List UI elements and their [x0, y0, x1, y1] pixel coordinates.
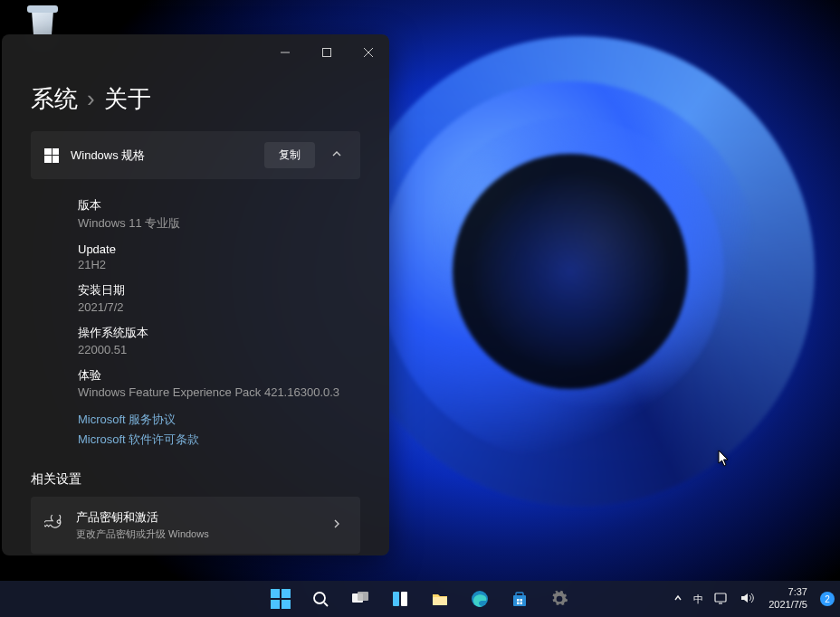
ime-indicator[interactable]: 中	[692, 593, 705, 606]
svg-line-5	[324, 603, 328, 606]
chevron-up-icon[interactable]	[326, 148, 348, 162]
settings-about-window: 系统 › 关于 Windows 规格 复制 版本Windows 11 专业版 U…	[2, 34, 389, 555]
svg-rect-13	[516, 593, 523, 596]
file-explorer-button[interactable]	[424, 583, 456, 615]
activation-subtitle: 更改产品密钥或升级 Windows	[76, 527, 313, 541]
license-terms-link[interactable]: Microsoft 软件许可条款	[78, 430, 349, 450]
search-button[interactable]	[304, 583, 337, 615]
minimize-button[interactable]	[264, 38, 306, 67]
svg-rect-17	[520, 603, 523, 605]
activation-title: 产品密钥和激活	[76, 509, 313, 526]
spec-value: Windows Feature Experience Pack 421.1630…	[78, 384, 349, 403]
windows-spec-title: Windows 规格	[71, 147, 253, 164]
breadcrumb-current: 关于	[104, 83, 151, 115]
breadcrumb: 系统 › 关于	[2, 71, 389, 131]
edge-button[interactable]	[463, 583, 496, 615]
spec-value: 22000.51	[78, 341, 349, 360]
svg-rect-10	[433, 597, 447, 605]
copy-button[interactable]: 复制	[264, 142, 315, 168]
tray-overflow-button[interactable]	[672, 593, 684, 604]
spec-label: 安装日期	[78, 277, 349, 299]
settings-button[interactable]	[543, 583, 576, 615]
spec-list: 版本Windows 11 专业版 Update21H2 安装日期2021/7/2…	[2, 188, 389, 403]
svg-rect-7	[358, 592, 368, 601]
spec-links: Microsoft 服务协议 Microsoft 软件许可条款	[2, 404, 389, 450]
spec-value: 2021/7/2	[78, 299, 349, 318]
clock-date: 2021/7/5	[768, 599, 807, 612]
notification-badge[interactable]: 2	[820, 592, 835, 606]
clock-time: 7:37	[768, 586, 807, 599]
svg-rect-18	[715, 593, 726, 602]
svg-rect-16	[517, 603, 520, 605]
spec-value: Windows 11 专业版	[78, 214, 349, 235]
chevron-right-icon	[326, 518, 348, 532]
svg-point-4	[314, 593, 325, 603]
svg-rect-12	[513, 595, 526, 606]
taskbar-clock[interactable]: 7:37 2021/7/5	[763, 586, 813, 612]
widgets-button[interactable]	[384, 583, 416, 615]
system-tray: 中 7:37 2021/7/5 2	[672, 581, 835, 617]
desktop[interactable]: 系统 › 关于 Windows 规格 复制 版本Windows 11 专业版 U…	[0, 0, 840, 617]
related-settings-heading: 相关设置	[2, 450, 389, 497]
volume-icon[interactable]	[738, 592, 756, 606]
key-icon	[43, 515, 63, 536]
store-button[interactable]	[503, 583, 536, 615]
network-icon[interactable]	[712, 592, 730, 606]
svg-rect-8	[393, 592, 399, 606]
maximize-button[interactable]	[306, 38, 348, 67]
task-view-button[interactable]	[344, 583, 377, 615]
svg-rect-9	[401, 592, 407, 606]
svg-rect-15	[520, 599, 523, 602]
spec-value: 21H2	[78, 256, 349, 275]
spec-label: 操作系统版本	[78, 319, 349, 341]
windows-spec-card: Windows 规格 复制	[31, 131, 360, 179]
svg-rect-1	[323, 49, 331, 57]
svg-rect-14	[517, 599, 520, 602]
service-agreement-link[interactable]: Microsoft 服务协议	[78, 410, 349, 430]
start-button[interactable]	[264, 583, 297, 615]
windows-logo-icon	[43, 148, 60, 163]
breadcrumb-root[interactable]: 系统	[31, 83, 78, 115]
taskbar: 中 7:37 2021/7/5 2	[0, 581, 840, 617]
close-button[interactable]	[348, 38, 389, 67]
window-titlebar	[2, 34, 389, 71]
spec-label: 版本	[78, 192, 349, 214]
product-key-activation-item[interactable]: 产品密钥和激活 更改产品密钥或升级 Windows	[31, 497, 360, 554]
spec-label: 体验	[78, 362, 349, 384]
spec-label: Update	[78, 237, 349, 256]
chevron-right-icon: ›	[87, 85, 95, 113]
